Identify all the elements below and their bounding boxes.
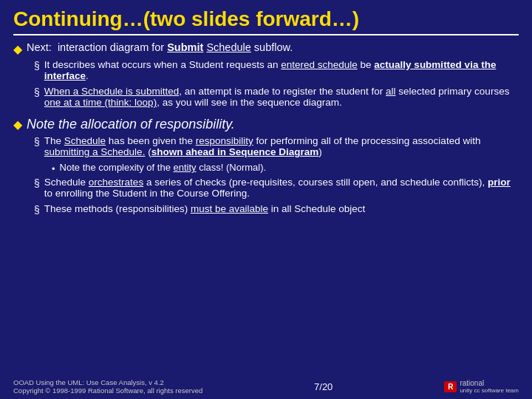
dot-icon-2-1-1: • [52, 163, 55, 174]
footer-page: 7/20 [314, 381, 332, 392]
slide-title: Continuing…(two slides forward…) [13, 7, 519, 35]
sub-bullet-1-2: § When a Schedule is submitted, an attem… [34, 86, 519, 108]
footer-copyright-line1: OOAD Using the UML: Use Case Analysis, v… [13, 378, 202, 386]
section-1: ◆ Next: interaction diagram for Submit S… [13, 41, 519, 112]
sq-icon-1-2: § [34, 86, 40, 98]
diamond-icon-2: ◆ [13, 117, 22, 132]
section-2: ◆ Note the allocation of responsibility.… [13, 117, 519, 220]
sq-icon-1-1: § [34, 60, 40, 72]
sq-icon-2-3: § [34, 204, 40, 216]
footer-left: OOAD Using the UML: Use Case Analysis, v… [13, 378, 202, 395]
sub-bullet-2-3: § These methods (responsibilities) must … [34, 203, 519, 216]
slide-container: Continuing…(two slides forward…) ◆ Next:… [0, 0, 532, 399]
rational-logo: R rational unity cc software team [444, 379, 519, 394]
sub-bullet-2-1: § The Schedule has been given the respon… [34, 135, 519, 157]
main-bullet-1-text: Next: interaction diagram for Submit Sch… [27, 41, 519, 53]
sub-bullet-2-1-text: The Schedule has been given the responsi… [44, 135, 519, 157]
sq-icon-2-1: § [34, 136, 40, 148]
sub-bullet-2-2: § Schedule orchestrates a series of chec… [34, 177, 519, 199]
rational-box: R [444, 381, 457, 392]
rational-subtext: unity cc software team [460, 387, 519, 394]
sub-bullet-2-3-text: These methods (responsibilities) must be… [44, 203, 519, 214]
main-bullet-2: ◆ Note the allocation of responsibility. [13, 117, 519, 132]
sub-bullet-1-1: § It describes what occurs when a Studen… [34, 59, 519, 81]
sub-sub-bullet-2-1-1-text: Note the complexity of the entity class!… [60, 162, 267, 173]
diamond-icon-1: ◆ [13, 42, 22, 56]
footer-copyright-line2: Copyright © 1998-1999 Rational Software,… [13, 386, 202, 395]
rational-text: rational [460, 379, 519, 387]
footer: OOAD Using the UML: Use Case Analysis, v… [13, 378, 519, 395]
sub-bullet-2-2-text: Schedule orchestrates a series of checks… [44, 177, 519, 199]
main-bullet-1: ◆ Next: interaction diagram for Submit S… [13, 41, 519, 56]
sub-bullet-1-2-text: When a Schedule is submitted, an attempt… [44, 86, 519, 108]
sub-sub-bullet-2-1-1: • Note the complexity of the entity clas… [52, 162, 519, 174]
main-bullet-2-text: Note the allocation of responsibility. [27, 117, 519, 132]
sq-icon-2-2: § [34, 177, 40, 189]
sub-bullet-1-1-text: It describes what occurs when a Student … [44, 59, 519, 81]
